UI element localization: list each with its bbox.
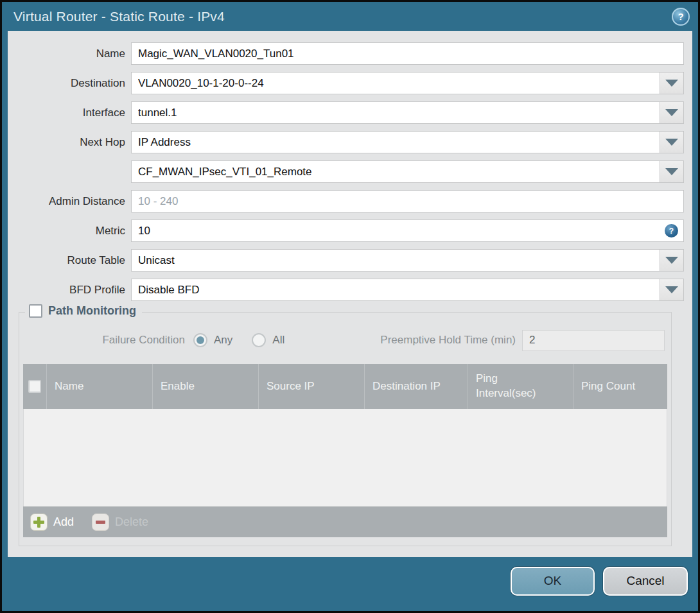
interface-input[interactable]: [131, 101, 660, 124]
dialog-title: Virtual Router - Static Route - IPv4: [13, 9, 672, 24]
next-hop-type-input[interactable]: [131, 131, 660, 153]
path-monitoring-table-body: [23, 409, 667, 506]
delete-button[interactable]: Delete: [92, 514, 148, 531]
route-table-label: Route Table: [8, 254, 131, 267]
column-header-source-ip: Source IP: [258, 364, 364, 409]
column-header-enable: Enable: [152, 364, 258, 409]
name-input[interactable]: [131, 42, 684, 65]
chevron-down-icon: [665, 109, 678, 116]
cancel-button[interactable]: Cancel: [603, 567, 688, 596]
select-all-cell: [23, 364, 46, 409]
form-row-name: Name: [8, 42, 684, 65]
chevron-down-icon: [665, 80, 678, 87]
failure-condition-all-label: All: [272, 334, 284, 347]
path-monitoring-table-header: Name Enable Source IP Destination IP Pin…: [23, 364, 667, 409]
interface-dropdown-button[interactable]: [660, 101, 684, 124]
static-route-dialog: Virtual Router - Static Route - IPv4 ? N…: [0, 0, 700, 613]
bfd-profile-input[interactable]: [131, 279, 660, 301]
form-row-destination: Destination: [8, 72, 684, 94]
dialog-titlebar: Virtual Router - Static Route - IPv4 ?: [2, 2, 698, 31]
path-monitoring-table: Name Enable Source IP Destination IP Pin…: [23, 364, 667, 537]
chevron-down-icon: [665, 139, 678, 146]
next-hop-label: Next Hop: [8, 136, 131, 149]
form-row-next-hop: Next Hop: [8, 131, 684, 153]
metric-input[interactable]: [131, 220, 684, 242]
form-row-route-table: Route Table: [8, 249, 684, 272]
path-monitoring-options-row: Failure Condition Any All Preemptive Hol…: [19, 329, 665, 351]
admin-distance-input[interactable]: [131, 190, 684, 212]
path-monitoring-table-toolbar: Add Delete: [23, 506, 667, 537]
bfd-profile-label: BFD Profile: [8, 284, 131, 297]
dialog-footer: OK Cancel: [2, 557, 698, 611]
next-hop-address-input[interactable]: [131, 160, 660, 183]
failure-condition-label: Failure Condition: [19, 334, 185, 347]
form-row-bfd-profile: BFD Profile: [8, 279, 684, 301]
form-row-interface: Interface: [8, 101, 684, 124]
failure-condition-radio-all[interactable]: [252, 333, 266, 347]
ok-button[interactable]: OK: [511, 567, 595, 596]
delete-icon: [92, 514, 109, 531]
failure-condition-any-label: Any: [214, 334, 232, 347]
admin-distance-label: Admin Distance: [8, 195, 131, 208]
preemptive-hold-time-label: Preemptive Hold Time (min): [380, 334, 516, 347]
help-icon[interactable]: ?: [672, 8, 690, 26]
column-header-ping-interval: Ping Interval(sec): [468, 364, 573, 409]
column-header-ping-count: Ping Count: [573, 364, 667, 409]
dialog-body: Name Destination Interface Next Hop: [8, 31, 692, 557]
destination-input[interactable]: [131, 72, 660, 94]
metric-label: Metric: [8, 225, 131, 237]
add-icon: [30, 514, 48, 531]
chevron-down-icon: [665, 286, 678, 293]
path-monitoring-checkbox[interactable]: [29, 304, 42, 318]
chevron-down-icon: [665, 257, 678, 264]
preemptive-hold-time-input[interactable]: [522, 330, 665, 351]
destination-label: Destination: [8, 77, 131, 90]
column-header-destination-ip: Destination IP: [364, 364, 468, 409]
name-label: Name: [8, 47, 131, 60]
next-hop-dropdown-button[interactable]: [660, 131, 684, 153]
chevron-down-icon: [665, 168, 678, 175]
path-monitoring-title: Path Monitoring: [48, 304, 136, 318]
add-button[interactable]: Add: [30, 514, 74, 531]
destination-dropdown-button[interactable]: [660, 72, 684, 94]
column-header-name: Name: [46, 364, 152, 409]
path-monitoring-legend: Path Monitoring: [25, 304, 142, 318]
form-row-metric: Metric ?: [8, 220, 684, 242]
path-monitoring-section: Path Monitoring Failure Condition Any Al…: [19, 312, 672, 546]
interface-label: Interface: [8, 107, 131, 119]
route-table-dropdown-button[interactable]: [660, 249, 684, 272]
select-all-checkbox[interactable]: [28, 380, 41, 393]
form-row-admin-distance: Admin Distance: [8, 190, 684, 212]
route-table-input[interactable]: [131, 249, 660, 272]
form-row-next-hop-address: [8, 160, 684, 183]
failure-condition-radio-any[interactable]: [193, 333, 207, 347]
bfd-profile-dropdown-button[interactable]: [660, 279, 684, 301]
metric-help-icon[interactable]: ?: [665, 224, 678, 237]
next-hop-address-dropdown-button[interactable]: [660, 160, 684, 183]
